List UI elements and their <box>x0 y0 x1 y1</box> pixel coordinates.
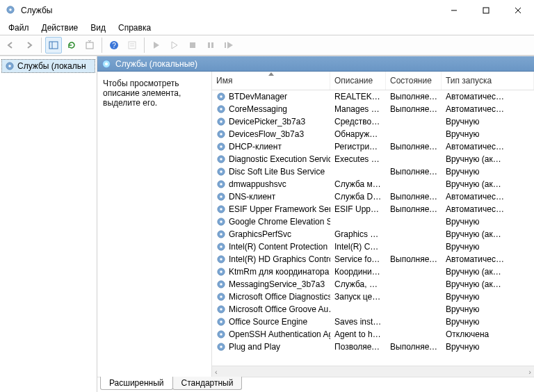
menu-help[interactable]: Справка <box>113 22 156 34</box>
service-row[interactable]: Office Source EngineSaves instal…Вручную <box>212 316 534 328</box>
cell-state: Выполняется <box>386 192 442 202</box>
refresh-button[interactable] <box>63 37 80 54</box>
svg-point-53 <box>220 283 222 286</box>
export-button[interactable] <box>81 37 98 54</box>
properties-button[interactable] <box>124 37 140 54</box>
service-row[interactable]: DevicePicker_3b7a3Средство в…Вручную <box>212 115 534 128</box>
service-name-text: MessagingService_3b7a3 <box>229 279 325 289</box>
cell-state: Выполняется <box>386 142 442 152</box>
horizontal-scroll-hint[interactable]: ‹ › <box>212 366 534 377</box>
cell-name: BTDevManager <box>212 92 330 101</box>
cell-startup: Автоматичес… <box>442 142 534 152</box>
service-row[interactable]: Intel(R) HD Graphics Control …Service fo… <box>212 253 534 266</box>
sort-asc-icon <box>268 72 274 76</box>
console-tree[interactable]: Службы (локальн <box>0 56 97 392</box>
service-icon <box>216 342 226 352</box>
column-name[interactable]: Имя <box>212 72 330 90</box>
service-name-text: ESIF Upper Framework Service <box>229 204 330 214</box>
service-icon <box>216 329 226 339</box>
toolbar-separator <box>41 38 42 53</box>
close-button[interactable] <box>502 0 534 21</box>
service-row[interactable]: BTDevManagerREALTEK Bl…ВыполняетсяАвтома… <box>212 90 534 103</box>
service-row[interactable]: DHCP-клиентРегистриру…ВыполняетсяАвтомат… <box>212 140 534 153</box>
service-icon <box>216 242 226 252</box>
cell-description: ESIF Upper … <box>330 204 386 214</box>
service-row[interactable]: dmwappushsvcСлужба ма…Вручную (ак… <box>212 178 534 190</box>
column-startup[interactable]: Тип запуска <box>442 72 534 90</box>
cell-state: Выполняется <box>386 167 442 177</box>
service-row[interactable]: MessagingService_3b7a3Служба, от…Вручную… <box>212 278 534 291</box>
cell-startup: Вручную <box>442 117 534 126</box>
service-row[interactable]: KtmRm для координатора …Координи…Вручную… <box>212 266 534 278</box>
tree-root-services[interactable]: Службы (локальн <box>1 59 95 73</box>
menu-view[interactable]: Вид <box>85 22 111 34</box>
cell-startup: Вручную <box>442 167 534 177</box>
content-header-title: Службы (локальные) <box>115 59 197 69</box>
maximize-button[interactable] <box>470 0 502 21</box>
service-row[interactable]: Microsoft Office Diagnostics…Запуск цен…… <box>212 291 534 303</box>
service-row[interactable]: Plug and PlayПозволяет …ВыполняетсяВручн… <box>212 341 534 353</box>
minimize-button[interactable] <box>438 0 470 21</box>
restart-service-button[interactable] <box>220 37 237 54</box>
svg-point-55 <box>220 295 222 298</box>
service-icon <box>216 304 226 314</box>
service-name-text: DevicePicker_3b7a3 <box>229 117 305 126</box>
bottom-tabs: Расширенный Стандартный <box>97 377 534 392</box>
menu-action[interactable]: Действие <box>36 22 84 34</box>
scroll-right-icon[interactable]: › <box>528 368 531 376</box>
service-row[interactable]: Google Chrome Elevation Se…Вручную <box>212 215 534 228</box>
cell-name: CoreMessaging <box>212 104 330 114</box>
toolbar-separator <box>102 38 102 53</box>
grid-body[interactable]: BTDevManagerREALTEK Bl…ВыполняетсяАвтома… <box>212 90 534 366</box>
nav-forward-button[interactable] <box>21 37 38 54</box>
content-body: Чтобы просмотреть описание элемента, выд… <box>97 72 534 377</box>
service-name-text: Microsoft Office Groove Au… <box>229 304 330 314</box>
column-state[interactable]: Состояние <box>386 72 442 90</box>
cell-startup: Автоматичес… <box>442 104 534 114</box>
service-row[interactable]: Intel(R) Content Protection H…Intel(R) C… <box>212 240 534 253</box>
show-hide-tree-button[interactable] <box>45 37 62 54</box>
service-row[interactable]: GraphicsPerfSvcGraphics p…Вручную (ак… <box>212 228 534 240</box>
scroll-left-icon[interactable]: ‹ <box>215 368 218 376</box>
svg-rect-8 <box>86 42 93 49</box>
service-row[interactable]: Microsoft Office Groove Au…Вручную <box>212 303 534 316</box>
cell-startup: Вручную <box>442 342 534 352</box>
start-service-button[interactable] <box>148 37 165 54</box>
service-icon <box>216 179 226 189</box>
svg-point-51 <box>220 270 222 273</box>
svg-point-57 <box>220 308 222 311</box>
start-service-alt-button[interactable] <box>166 37 183 54</box>
cell-startup: Вручную <box>442 317 534 327</box>
service-row[interactable]: Diagnostic Execution ServiceExecutes di…… <box>212 153 534 165</box>
stop-service-button[interactable] <box>184 37 201 54</box>
content-header: Службы (локальные) <box>97 56 534 72</box>
svg-point-41 <box>220 208 222 211</box>
service-icon <box>216 254 226 264</box>
service-row[interactable]: DNS-клиентСлужба D…ВыполняетсяАвтоматиче… <box>212 190 534 203</box>
nav-back-button[interactable] <box>3 37 19 54</box>
service-row[interactable]: ESIF Upper Framework ServiceESIF Upper …… <box>212 203 534 215</box>
service-row[interactable]: DevicesFlow_3b7a3Обнаруже…Вручную <box>212 128 534 140</box>
cell-startup: Автоматичес… <box>442 204 534 214</box>
cell-description: Обнаруже… <box>330 129 386 139</box>
service-icon <box>216 267 226 277</box>
cell-description: Intel(R) Con… <box>330 242 386 252</box>
service-row[interactable]: CoreMessagingManages c…ВыполняетсяАвтома… <box>212 103 534 115</box>
tab-extended[interactable]: Расширенный <box>100 377 173 390</box>
tab-standard[interactable]: Стандартный <box>172 377 243 390</box>
cell-description: Graphics p… <box>330 229 386 239</box>
menu-file[interactable]: Файл <box>3 22 35 34</box>
service-row[interactable]: OpenSSH Authentication Ag…Agent to h…Отк… <box>212 328 534 341</box>
tab-extended-label: Расширенный <box>109 378 164 388</box>
cell-name: KtmRm для координатора … <box>212 267 330 277</box>
cell-name: MessagingService_3b7a3 <box>212 279 330 289</box>
service-row[interactable]: Disc Soft Lite Bus ServiceВыполняетсяВру… <box>212 165 534 178</box>
pause-service-button[interactable] <box>202 37 219 54</box>
help-button[interactable]: ? <box>106 37 122 54</box>
column-description[interactable]: Описание <box>330 72 386 90</box>
cell-name: Google Chrome Elevation Se… <box>212 217 330 227</box>
svg-rect-14 <box>190 42 195 48</box>
column-start-label: Тип запуска <box>446 76 492 85</box>
svg-text:?: ? <box>112 42 116 49</box>
cell-description: Служба, от… <box>330 279 386 289</box>
